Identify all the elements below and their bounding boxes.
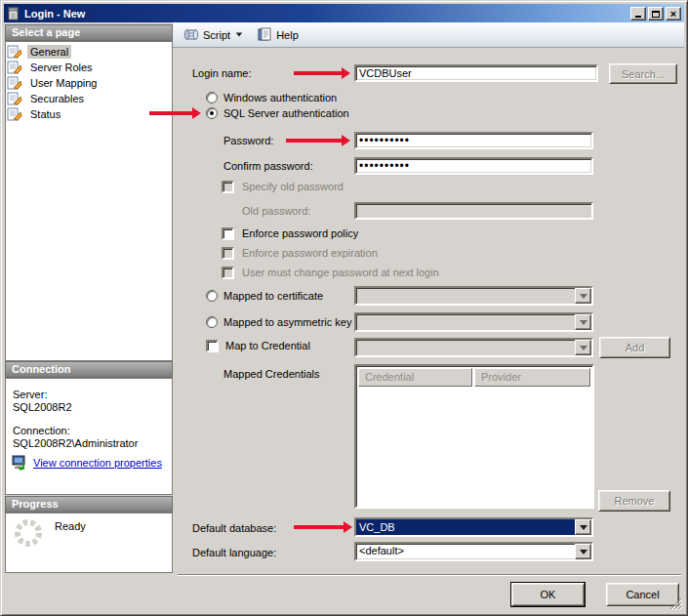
mapped-credentials-grid[interactable]: Credential Provider [354, 364, 594, 509]
sidebar-item-securables[interactable]: Securables [7, 91, 163, 106]
confirm-password-label: Confirm password: [223, 160, 313, 173]
mapped-to-asymmetric-key-radio[interactable] [206, 316, 218, 328]
certificate-value [356, 288, 575, 304]
windows-auth-label: Windows authentication [223, 92, 337, 104]
sql-auth-label: SQL Server authentication [223, 107, 349, 120]
login-name-input[interactable]: VCDBUser [354, 64, 598, 82]
map-to-credential-checkbox[interactable] [206, 340, 219, 352]
must-change-password-checkbox[interactable] [222, 267, 234, 279]
grid-header-row: Credential Provider [356, 366, 592, 387]
enforce-password-expiration-checkbox[interactable] [222, 247, 234, 260]
window-title: Login - New [24, 8, 85, 20]
grid-column-provider: Provider [474, 368, 590, 387]
default-database-combobox[interactable]: VC_DB [354, 517, 593, 537]
old-password-input[interactable] [354, 202, 593, 220]
sidebar-item-label: User Mapping [27, 76, 100, 90]
view-connection-properties-link[interactable]: View connection properties [33, 457, 162, 469]
minimize-button[interactable] [630, 7, 646, 21]
script-scroll-icon [183, 27, 199, 42]
monitor-green-arrow-icon [12, 455, 28, 471]
dropdown-button[interactable] [575, 340, 591, 355]
password-input[interactable]: •••••••••• [354, 132, 593, 149]
mapped-credentials-label: Mapped Credentials [223, 368, 319, 381]
sidebar-item-label: Securables [27, 92, 87, 105]
enforce-password-policy-checkbox[interactable] [222, 227, 234, 240]
asymmetric-key-combobox[interactable] [354, 312, 593, 332]
radio-dot [210, 111, 214, 115]
mapped-to-certificate-label: Mapped to certificate [223, 290, 323, 303]
script-button[interactable]: Script [180, 25, 247, 44]
specify-old-password-checkbox[interactable] [222, 181, 234, 193]
help-page-icon [257, 27, 272, 42]
confirm-masked-value: •••••••••• [359, 159, 410, 173]
help-label: Help [276, 29, 299, 41]
password-label: Password: [223, 135, 273, 147]
dropdown-button[interactable] [575, 288, 591, 304]
red-arrow-default-database [294, 521, 352, 533]
default-language-label: Default language: [192, 547, 276, 559]
red-arrow-sql-auth [149, 107, 201, 119]
maximize-icon [652, 11, 660, 18]
connection-label: Connection: [13, 425, 70, 436]
page-jump-icon [7, 107, 22, 121]
ok-button[interactable]: OK [511, 583, 585, 606]
sql-auth-radio[interactable] [206, 107, 218, 119]
chevron-down-icon [580, 550, 587, 554]
asymmetric-key-value [356, 314, 575, 330]
page-jump-icon [7, 61, 22, 74]
title-bar[interactable]: Login - New × [4, 4, 684, 22]
help-button[interactable]: Help [253, 25, 303, 44]
dropdown-button[interactable] [575, 544, 591, 559]
default-database-value: VC_DB [356, 519, 575, 535]
confirm-password-input[interactable]: •••••••••• [354, 157, 593, 175]
specify-old-password-label: Specify old password [242, 181, 344, 193]
old-password-label: Old password: [242, 205, 310, 218]
sidebar-item-label: Status [27, 107, 63, 121]
mapped-to-certificate-radio[interactable] [206, 290, 218, 302]
window-form-icon [7, 7, 20, 21]
progress-header: Progress [5, 496, 173, 513]
default-language-combobox[interactable]: <default> [354, 542, 593, 561]
default-language-value: <default> [356, 544, 575, 559]
server-label: Server: [13, 389, 47, 400]
red-arrow-login-name [294, 67, 350, 79]
resize-grip[interactable] [669, 597, 682, 610]
page-jump-icon [7, 45, 22, 59]
sidebar-item-general[interactable]: General [7, 44, 163, 60]
chevron-down-icon [236, 33, 242, 37]
password-masked-value: •••••••••• [359, 134, 410, 147]
sidebar-item-server-roles[interactable]: Server Roles [7, 60, 163, 75]
enforce-password-expiration-label: Enforce password expiration [242, 247, 378, 260]
certificate-combobox[interactable] [354, 286, 593, 306]
credential-combobox[interactable] [354, 338, 593, 357]
sidebar-item-label: Server Roles [27, 61, 96, 74]
connection-value: SQL2008R2\Administrator [13, 437, 138, 449]
page-jump-icon [7, 76, 22, 90]
minimize-icon [635, 16, 641, 18]
progress-status: Ready [55, 520, 86, 532]
sidebar-item-user-mapping[interactable]: User Mapping [7, 75, 163, 91]
red-arrow-password [286, 135, 350, 146]
add-button[interactable]: Add [599, 337, 670, 358]
chevron-down-icon [580, 320, 587, 325]
dropdown-button[interactable] [575, 519, 591, 535]
maximize-button[interactable] [648, 7, 664, 21]
mapped-to-asymmetric-key-label: Mapped to asymmetric key [223, 316, 351, 329]
grid-column-credential: Credential [358, 368, 472, 387]
dropdown-button[interactable] [575, 314, 591, 330]
search-button[interactable]: Search... [609, 63, 677, 84]
spinner-icon [12, 516, 45, 550]
close-button[interactable]: × [666, 7, 681, 21]
remove-button[interactable]: Remove [598, 490, 670, 512]
windows-auth-radio[interactable] [206, 92, 218, 103]
connection-header: Connection [5, 361, 173, 378]
login-new-dialog: Login - New × Select a page General Serv… [0, 0, 688, 616]
must-change-password-label: User must change password at next login [242, 267, 439, 279]
cancel-button[interactable]: Cancel [606, 583, 679, 606]
login-name-label: Login name: [192, 67, 252, 80]
page-jump-icon [7, 92, 22, 105]
credential-value [356, 340, 575, 355]
footer-separator [178, 574, 681, 576]
chevron-down-icon [580, 525, 587, 530]
sidebar-item-status[interactable]: Status [7, 106, 163, 122]
